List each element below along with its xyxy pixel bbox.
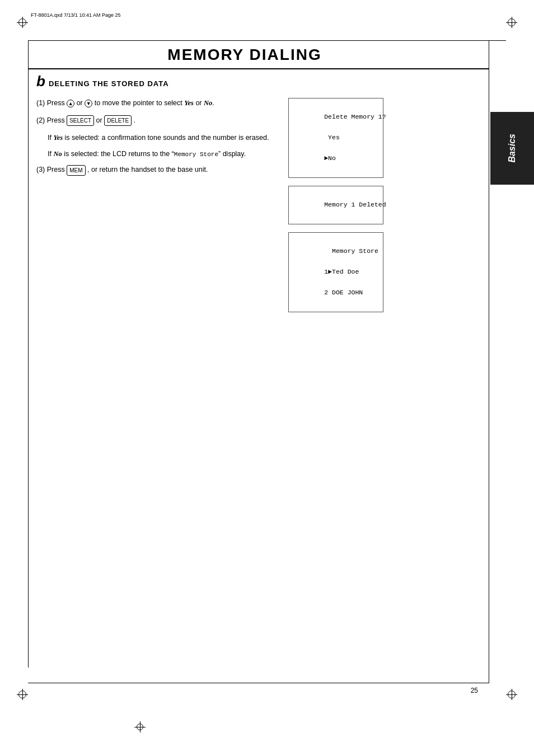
arrow-up-icon: ▲ <box>67 100 74 107</box>
step-3-text: , or return the handset to the base unit… <box>87 166 208 173</box>
page-number: 25 <box>471 687 478 694</box>
if-label: If Yes is selected: a confirmation tone … <box>48 134 269 142</box>
basics-tab-label: Basics <box>507 134 517 163</box>
arrow-down-icon: ▼ <box>85 100 92 107</box>
lcd3-line1: Memory Store <box>324 247 378 255</box>
mem-key: MEM <box>67 165 85 176</box>
reg-mark-tl <box>17 17 28 28</box>
substep-no: If No is selected: the LCD returns to th… <box>48 149 277 159</box>
if-no-label: If No is selected: the LCD returns to th… <box>48 150 246 158</box>
title-underline <box>28 68 489 69</box>
lcd3-line3: 2 DOE JOHN <box>324 289 363 296</box>
lcd1-line1: Delete Memory 1? <box>324 113 386 120</box>
basics-tab: Basics <box>490 112 534 185</box>
file-info: FT-8801A.qxd 7/13/1 10:41 AM Page 25 <box>31 12 121 18</box>
step-1: (1) Press ▲ or ▼ to move the pointer to … <box>36 98 277 109</box>
select-key: SELECT <box>67 115 94 126</box>
reg-mark-tr <box>506 17 517 28</box>
instructions-layout: (1) Press ▲ or ▼ to move the pointer to … <box>36 98 478 312</box>
substep-yes: If Yes is selected: a confirmation tone … <box>48 133 277 143</box>
top-border-line <box>28 40 506 41</box>
step-2: (2) Press SELECT or DELETE . <box>36 115 277 126</box>
delete-key: DELETE <box>104 115 132 126</box>
right-column: Delete Memory 1? Yes ►No Memory 1 Delete… <box>288 98 389 312</box>
lcd1-line3: ►No <box>324 154 336 162</box>
left-column: (1) Press ▲ or ▼ to move the pointer to … <box>36 98 277 312</box>
bottom-border-line <box>28 683 489 683</box>
step-3: (3) Press MEM , or return the handset to… <box>36 165 277 175</box>
section-header: b DELETING THE STORED DATA <box>36 73 478 90</box>
lcd-display-3: Memory Store 1►Ted Doe 2 DOE JOHN <box>288 232 383 312</box>
step-2-number: (2) Press <box>36 116 67 124</box>
section-letter: b <box>36 73 45 90</box>
left-border-line <box>28 40 29 668</box>
step-3-number: (3) Press <box>36 166 67 173</box>
reg-mark-br <box>506 689 517 700</box>
lcd3-line2: 1►Ted Doe <box>324 268 359 275</box>
step-1-number: (1) Press <box>36 99 67 107</box>
reg-mark-bl <box>17 689 28 700</box>
lcd-display-2: Memory 1 Deleted <box>288 186 383 224</box>
lcd-display-1: Delete Memory 1? Yes ►No <box>288 98 383 178</box>
step-2-or: or <box>96 116 105 124</box>
section-title: DELETING THE STORED DATA <box>49 79 169 88</box>
right-border-line <box>489 40 489 683</box>
step-1-or: or <box>77 99 85 107</box>
content-area: b DELETING THE STORED DATA (1) Press ▲ o… <box>36 73 478 678</box>
page-title: MEMORY DIALING <box>0 46 489 64</box>
reg-mark-bottom <box>134 721 146 732</box>
step-1-text: to move the pointer to select Yes or No. <box>95 99 214 107</box>
step-2-period: . <box>134 116 135 124</box>
lcd2-line1: Memory 1 Deleted <box>324 201 386 208</box>
lcd1-line2: Yes <box>324 134 340 141</box>
